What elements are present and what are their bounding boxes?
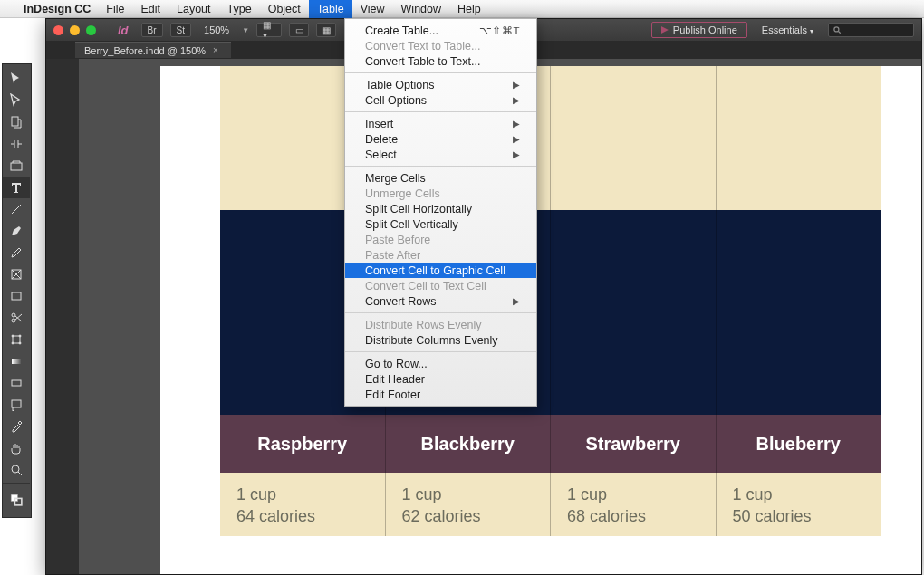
pencil-tool[interactable]	[3, 242, 30, 264]
menu-object[interactable]: Object	[260, 0, 309, 18]
note-tool[interactable]	[3, 394, 30, 416]
close-tab-icon[interactable]: ×	[213, 45, 218, 55]
eyedropper-tool[interactable]	[3, 416, 30, 437]
menu-edit-footer[interactable]: Edit Footer	[345, 387, 536, 402]
page-canvas[interactable]: Raspberry Blackberry Strawberry Blueberr…	[160, 66, 921, 574]
menu-edit[interactable]: Edit	[132, 0, 168, 18]
svg-point-12	[12, 335, 14, 337]
maximize-button[interactable]	[86, 25, 96, 35]
svg-rect-2	[12, 117, 18, 126]
free-transform-tool[interactable]	[3, 329, 30, 350]
selection-tool[interactable]	[3, 68, 30, 90]
app-name[interactable]: InDesign CC	[16, 3, 98, 15]
svg-rect-3	[11, 163, 22, 170]
view-options-button[interactable]: ▦ ▾	[256, 23, 282, 37]
menu-separator	[345, 166, 536, 167]
svg-point-0	[834, 27, 839, 32]
menu-delete[interactable]: Delete▶	[345, 131, 536, 147]
menu-type[interactable]: Type	[219, 0, 260, 18]
arrange-button[interactable]: ▦	[316, 23, 336, 37]
menu-split-vertical[interactable]: Split Cell Vertically	[345, 216, 536, 232]
table-cell[interactable]	[717, 66, 882, 210]
stock-button[interactable]: St	[170, 23, 191, 37]
search-input[interactable]	[828, 23, 914, 37]
menu-convert-table-to-text[interactable]: Convert Table to Text...	[345, 53, 536, 69]
gap-tool[interactable]	[3, 133, 30, 155]
menu-window[interactable]: Window	[393, 0, 449, 18]
table-cell[interactable]	[551, 66, 717, 210]
menu-distribute-columns[interactable]: Distribute Columns Evenly	[345, 332, 536, 348]
menu-convert-to-graphic-cell[interactable]: Convert Cell to Graphic Cell	[345, 263, 536, 278]
gradient-feather-tool[interactable]	[3, 372, 30, 394]
svg-point-14	[12, 342, 14, 344]
workspace-switcher[interactable]: Essentials ▾	[755, 24, 821, 35]
document-tab[interactable]: Berry_Before.indd @ 150% ×	[75, 42, 231, 58]
zoom-tool[interactable]	[3, 459, 30, 481]
minimize-button[interactable]	[70, 25, 80, 35]
svg-point-19	[12, 465, 19, 473]
svg-point-13	[19, 335, 21, 337]
menu-table[interactable]: Table	[309, 0, 352, 18]
menu-layout[interactable]: Layout	[168, 0, 219, 18]
menu-edit-header[interactable]: Edit Header	[345, 371, 536, 387]
menu-separator	[345, 111, 536, 112]
menu-split-horizontal[interactable]: Split Cell Horizontally	[345, 201, 536, 216]
page-tool[interactable]	[3, 111, 30, 133]
menu-convert-text-to-table: Convert Text to Table...	[345, 38, 536, 53]
svg-line-1	[838, 31, 841, 34]
menu-create-table[interactable]: Create Table...⌥⇧⌘T	[345, 23, 536, 38]
menu-separator	[345, 72, 536, 73]
menu-view[interactable]: View	[352, 0, 393, 18]
table-header-cell[interactable]: Blackberry	[386, 415, 552, 473]
menu-separator	[345, 351, 536, 352]
svg-rect-8	[12, 292, 21, 300]
menu-file[interactable]: File	[98, 0, 132, 18]
tools-panel	[2, 63, 32, 518]
gradient-swatch-tool[interactable]	[3, 350, 30, 372]
search-icon	[833, 25, 842, 34]
svg-point-10	[12, 319, 15, 322]
pen-tool[interactable]	[3, 220, 30, 242]
menu-convert-rows[interactable]: Convert Rows▶	[345, 293, 536, 309]
table-header-cell[interactable]: Raspberry	[220, 415, 386, 473]
menu-paste-before: Paste Before	[345, 232, 536, 247]
bridge-button[interactable]: Br	[141, 23, 163, 37]
indesign-logo-icon: Id	[112, 24, 134, 37]
menu-select[interactable]: Select▶	[345, 147, 536, 162]
fill-stroke-swatch[interactable]	[3, 483, 30, 513]
svg-rect-11	[13, 336, 20, 343]
zoom-dropdown-icon[interactable]: ▼	[242, 26, 249, 34]
menu-help[interactable]: Help	[449, 0, 489, 18]
menu-insert[interactable]: Insert▶	[345, 116, 536, 131]
hand-tool[interactable]	[3, 437, 30, 459]
scissors-tool[interactable]	[3, 307, 30, 329]
table-header-cell[interactable]: Blueberry	[717, 415, 882, 473]
menu-table-options[interactable]: Table Options▶	[345, 77, 536, 92]
table-data-cell[interactable]: 1 cup50 calories	[717, 473, 882, 536]
menu-go-to-row[interactable]: Go to Row...	[345, 356, 536, 371]
zoom-level[interactable]: 150%	[198, 24, 235, 35]
rectangle-tool[interactable]	[3, 285, 30, 307]
menu-merge-cells[interactable]: Merge Cells	[345, 170, 536, 186]
close-button[interactable]	[53, 25, 63, 35]
menu-cell-options[interactable]: Cell Options▶	[345, 92, 536, 108]
table-data-cell[interactable]: 1 cup64 calories	[220, 473, 386, 536]
svg-point-9	[12, 313, 15, 317]
svg-rect-17	[12, 380, 21, 386]
direct-selection-tool[interactable]	[3, 90, 30, 111]
table-data-cell[interactable]: 1 cup62 calories	[386, 473, 552, 536]
menu-convert-to-text-cell: Convert Cell to Text Cell	[345, 278, 536, 293]
table-cell[interactable]	[717, 210, 882, 415]
berry-table: Raspberry Blackberry Strawberry Blueberr…	[220, 66, 881, 536]
table-cell[interactable]	[551, 210, 717, 415]
rectangle-frame-tool[interactable]	[3, 264, 30, 285]
line-tool[interactable]	[3, 198, 30, 220]
svg-line-20	[18, 472, 22, 475]
publish-online-button[interactable]: Publish Online	[651, 22, 747, 38]
table-data-cell[interactable]: 1 cup68 calories	[551, 473, 717, 536]
type-tool[interactable]	[3, 177, 30, 198]
screen-mode-button[interactable]: ▭	[289, 23, 309, 37]
svg-rect-16	[12, 359, 21, 364]
content-collector-tool[interactable]	[3, 155, 30, 177]
table-header-cell[interactable]: Strawberry	[551, 415, 717, 473]
